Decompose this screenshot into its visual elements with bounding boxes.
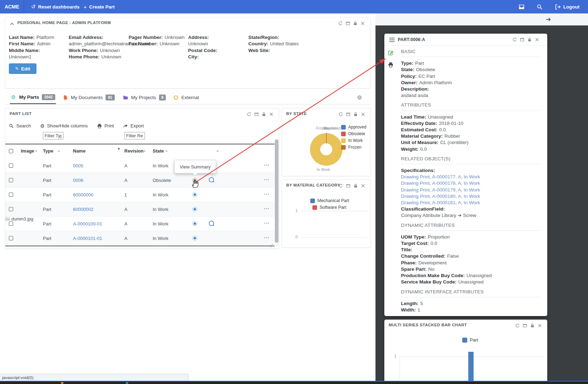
row-menu-button[interactable]: •••: [264, 164, 270, 167]
row-name-link[interactable]: A-0000100-01: [73, 221, 102, 227]
row-menu-button[interactable]: •••: [264, 207, 270, 211]
row-checkbox[interactable]: [9, 178, 13, 182]
row-name-link[interactable]: 60000000: [73, 192, 94, 197]
row-name-link[interactable]: A-0000101-01: [73, 236, 102, 241]
related-object-link[interactable]: Drawing Print, A-0000180, A, In Work: [401, 194, 480, 199]
state-donut-chart[interactable]: [310, 133, 343, 166]
legend-item[interactable]: Software Part: [312, 205, 349, 210]
search-icon[interactable]: [537, 4, 543, 10]
reset-dashboards-button[interactable]: ↺ Reset dashboards: [31, 0, 80, 13]
related-object-link[interactable]: Drawing Print, A-0000179, A, In Work: [401, 187, 480, 193]
view-summary-icon[interactable]: [192, 207, 197, 212]
logout-button[interactable]: Logout: [555, 4, 579, 10]
refresh-icon[interactable]: [338, 21, 343, 26]
table-row[interactable]: Part A-0000101-01 A In Work •••: [5, 231, 275, 246]
menu-hamburger-icon[interactable]: [389, 37, 395, 42]
table-row[interactable]: Part 0006 A Obsolete •••: [5, 173, 275, 188]
chat-icon[interactable]: [208, 177, 215, 183]
table-row[interactable]: Part 60000000 1 In Work •••: [5, 188, 275, 202]
tab-my-documents[interactable]: My Documents 81: [62, 91, 115, 104]
legend-item[interactable]: Approved: [341, 125, 366, 130]
sort-ascending-icon[interactable]: ▲: [117, 147, 120, 150]
expand-panel-arrow-icon[interactable]: [545, 17, 551, 22]
sort-icon[interactable]: ◆: [35, 149, 37, 153]
refresh-icon[interactable]: [338, 112, 343, 117]
table-row[interactable]: dumm3.jpg Part A-0000100-01 A In Work ••…: [5, 217, 275, 231]
maximize-icon[interactable]: [346, 112, 351, 117]
row-name-link[interactable]: 0005: [73, 163, 83, 168]
column-header-name[interactable]: Name: [73, 148, 85, 154]
close-icon[interactable]: [361, 183, 366, 188]
column-header-image[interactable]: Image: [21, 148, 34, 154]
lock-icon[interactable]: [527, 37, 532, 42]
maximize-icon[interactable]: [254, 112, 259, 117]
export-button[interactable]: Export: [123, 123, 144, 128]
close-icon[interactable]: [537, 323, 542, 328]
sort-icon[interactable]: ◆: [143, 149, 146, 153]
filter-type-input[interactable]: [43, 132, 63, 139]
resize-handle[interactable]: [268, 242, 273, 247]
maximize-icon[interactable]: [346, 183, 351, 188]
maximize-icon[interactable]: [345, 21, 350, 26]
inbox-icon[interactable]: [519, 4, 525, 10]
search-button[interactable]: Search: [9, 123, 31, 128]
chat-icon[interactable]: [208, 220, 215, 227]
edit-compose-icon[interactable]: [388, 50, 394, 56]
refresh-icon[interactable]: [338, 183, 343, 188]
row-menu-button[interactable]: •••: [264, 193, 270, 196]
maximize-icon[interactable]: [520, 37, 525, 42]
column-header-type[interactable]: Type: [43, 148, 53, 154]
refresh-icon[interactable]: [515, 323, 520, 328]
view-summary-icon[interactable]: [192, 221, 197, 226]
show-hide-columns-button[interactable]: ⚙ Show/Hide columns: [40, 123, 87, 128]
close-icon[interactable]: [360, 21, 365, 26]
row-menu-button[interactable]: •••: [264, 178, 270, 182]
select-all-checkbox[interactable]: [9, 149, 13, 153]
refresh-icon[interactable]: [512, 37, 517, 42]
sort-icon[interactable]: ◆: [58, 149, 60, 153]
close-icon[interactable]: [535, 37, 539, 42]
column-header-state[interactable]: State: [153, 148, 164, 154]
legend-item[interactable]: In Work: [341, 138, 366, 143]
sort-icon[interactable]: ◆: [165, 149, 168, 153]
row-checkbox[interactable]: [9, 164, 13, 168]
maximize-icon[interactable]: [522, 323, 527, 328]
close-icon[interactable]: [361, 112, 366, 117]
row-checkbox[interactable]: [9, 222, 13, 226]
tabs-settings-gear-icon[interactable]: ⚙: [357, 94, 362, 101]
related-object-link[interactable]: Drawing Print, A-0000177, A, In Work: [401, 174, 480, 179]
tab-my-projects[interactable]: My Projects 8: [122, 91, 166, 104]
table-row[interactable]: Part 60000002 A In Work •••: [5, 202, 275, 217]
print-icon[interactable]: [388, 62, 394, 68]
table-scrollbar[interactable]: [275, 138, 279, 246]
row-name-link[interactable]: 0006: [73, 178, 83, 183]
column-header-revision[interactable]: Revision: [124, 148, 143, 154]
view-summary-icon[interactable]: [192, 236, 197, 241]
row-name-link[interactable]: 60000002: [73, 207, 94, 212]
filter-revision-input[interactable]: [124, 132, 145, 139]
edit-profile-button[interactable]: ✎ Edit: [9, 63, 36, 74]
sort-icon[interactable]: ◆: [216, 149, 219, 153]
collapse-chevron-icon[interactable]: [10, 21, 14, 25]
related-object-link[interactable]: Drawing Print, A-0000181, A, In Work: [401, 200, 480, 205]
create-part-button[interactable]: + Create Part: [84, 0, 115, 13]
view-summary-icon[interactable]: [192, 192, 197, 197]
legend-item[interactable]: Mechanical Part: [310, 198, 349, 203]
table-row[interactable]: Part 0005 A In Work •••: [5, 159, 275, 173]
row-checkbox[interactable]: [9, 236, 13, 240]
bar-part[interactable]: [468, 352, 474, 384]
close-icon[interactable]: [269, 112, 274, 117]
lock-icon[interactable]: [261, 112, 266, 117]
tab-my-parts[interactable]: ⚙ My Parts 2042: [10, 91, 56, 104]
legend-item[interactable]: Obsolete: [341, 131, 366, 136]
row-menu-button[interactable]: •••: [264, 236, 270, 240]
row-checkbox[interactable]: [9, 193, 13, 197]
tab-external[interactable]: External: [172, 91, 200, 104]
refresh-icon[interactable]: [247, 112, 251, 117]
lock-icon[interactable]: [353, 112, 358, 117]
print-button[interactable]: Print: [97, 123, 114, 128]
legend-item[interactable]: Part: [462, 337, 478, 343]
related-object-link[interactable]: Drawing Print, A-0000178, A, In Work: [401, 180, 480, 186]
row-menu-button[interactable]: •••: [264, 222, 270, 225]
legend-item[interactable]: Frozen: [341, 145, 366, 150]
